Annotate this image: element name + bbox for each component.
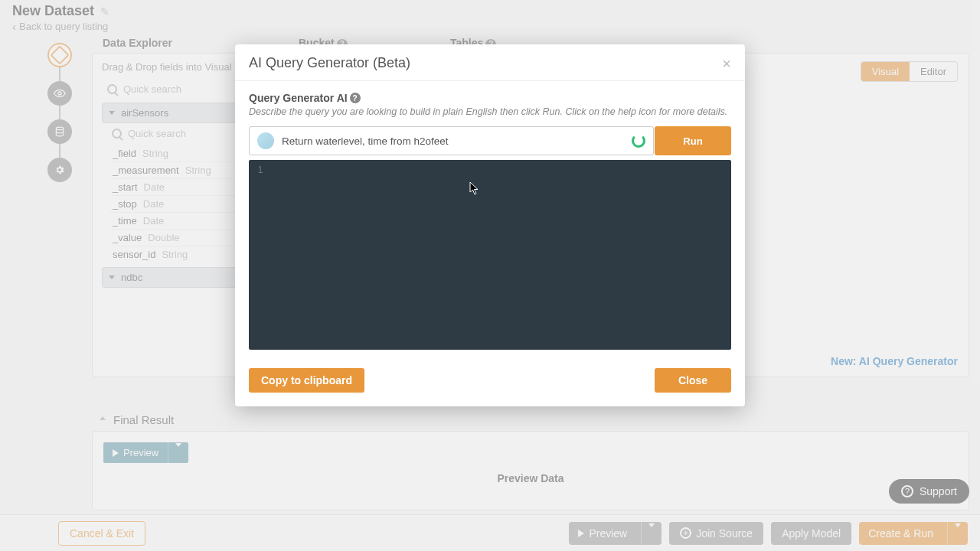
help-icon[interactable]: ? [350,93,361,103]
close-button[interactable]: × [722,56,731,71]
ai-query-modal: AI Query Generator (Beta) × Query Genera… [235,44,745,406]
modal-title: AI Query Generator (Beta) [249,55,410,71]
close-modal-button[interactable]: Close [655,368,731,393]
copy-button[interactable]: Copy to clipboard [249,368,364,393]
query-generator-desc: Describe the query you are looking to bu… [249,106,731,117]
run-button[interactable]: Run [655,126,731,155]
code-output[interactable]: 1 [249,160,731,350]
query-generator-label: Query Generator AI? [249,92,731,104]
query-input-value: Return waterlevel, time from h2ofeet [282,135,449,147]
ai-icon [257,132,274,149]
code-line-number: 1 [249,160,272,350]
query-input[interactable]: Return waterlevel, time from h2ofeet [249,126,654,155]
loading-spinner-icon [632,134,645,148]
